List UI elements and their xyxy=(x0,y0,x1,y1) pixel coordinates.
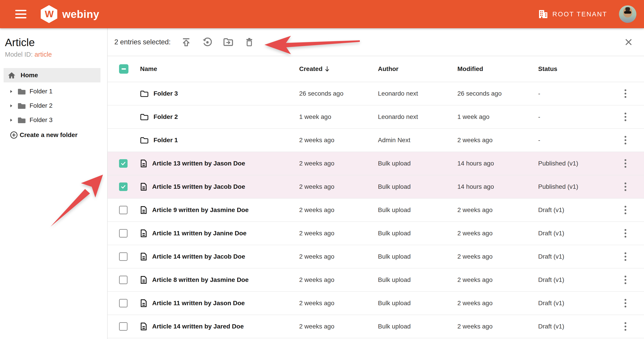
unpublish-button[interactable] xyxy=(201,36,214,49)
entry-created: 26 seconds ago xyxy=(299,90,378,97)
entry-author: Leonardo next xyxy=(378,90,458,97)
entry-author: Leonardo next xyxy=(378,113,458,120)
column-header-status[interactable]: Status xyxy=(538,65,607,73)
row-checkbox[interactable] xyxy=(119,229,128,238)
table-row[interactable]: Article 13 written by Jason Doe 2 weeks … xyxy=(108,152,644,175)
table-row[interactable]: Article 8 written by Jasmine Doe 2 weeks… xyxy=(108,268,644,292)
entry-created: 2 weeks ago xyxy=(299,323,378,330)
table-row[interactable]: Article 14 written by Jacob Doe 2 weeks … xyxy=(108,245,644,268)
row-menu-button[interactable] xyxy=(622,204,628,216)
entry-status: Published (v1) xyxy=(538,183,607,190)
tenant-selector[interactable]: ROOT TENANT xyxy=(537,9,609,19)
row-menu-button[interactable] xyxy=(622,157,628,170)
entry-modified: 2 weeks ago xyxy=(458,299,538,307)
entry-created: 2 weeks ago xyxy=(299,206,378,214)
user-avatar[interactable] xyxy=(619,5,636,23)
entry-modified: 2 weeks ago xyxy=(458,206,538,214)
entry-status: Draft (v1) xyxy=(538,253,607,260)
folder-icon xyxy=(18,117,26,124)
table-row[interactable]: Article 14 written by Jared Doe 2 weeks … xyxy=(108,315,644,338)
plus-circle-icon xyxy=(10,131,18,139)
folder-tree: Home Folder 1 Folder 2 xyxy=(0,68,107,139)
row-menu-button[interactable] xyxy=(622,180,628,193)
entry-modified: 14 hours ago xyxy=(458,160,538,167)
row-checkbox[interactable] xyxy=(119,182,128,191)
row-menu-button[interactable] xyxy=(622,110,628,123)
entries-panel: 2 entries selected: xyxy=(108,28,644,339)
entry-name: Article 9 written by Jasmine Doe xyxy=(152,206,248,214)
chevron-right-icon[interactable] xyxy=(10,104,13,108)
entry-status: Published (v1) xyxy=(538,160,607,167)
check-icon xyxy=(120,161,126,166)
column-header-author[interactable]: Author xyxy=(378,65,458,73)
sidebar-folder-item[interactable]: Folder 3 xyxy=(0,113,107,127)
sidebar-folder-item[interactable]: Folder 2 xyxy=(0,99,107,113)
entry-status: - xyxy=(538,137,607,144)
sidebar-folder-label: Folder 1 xyxy=(30,88,52,95)
table-row[interactable]: Article 15 written by Jacob Doe 2 weeks … xyxy=(108,175,644,199)
row-menu-button[interactable] xyxy=(622,134,628,147)
chevron-right-icon[interactable] xyxy=(10,118,13,122)
entry-status: Draft (v1) xyxy=(538,206,607,214)
row-menu-button[interactable] xyxy=(622,297,628,310)
table-row[interactable]: Article 11 written by Jason Doe 2 weeks … xyxy=(108,292,644,315)
entry-name: Folder 2 xyxy=(154,113,178,120)
row-checkbox[interactable] xyxy=(119,276,128,284)
folder-icon xyxy=(18,88,26,95)
entry-name: Article 11 written by Janine Doe xyxy=(152,230,246,237)
entry-modified: 26 seconds ago xyxy=(458,90,538,97)
column-header-modified[interactable]: Modified xyxy=(458,65,538,73)
publish-button[interactable] xyxy=(180,36,193,49)
building-icon xyxy=(538,10,548,19)
entry-name: Article 11 written by Jason Doe xyxy=(152,299,245,307)
table-row[interactable]: Article 11 written by Janine Doe 2 weeks… xyxy=(108,222,644,245)
menu-hamburger-button[interactable] xyxy=(15,10,26,18)
row-menu-button[interactable] xyxy=(622,320,628,333)
close-selection-button[interactable] xyxy=(624,38,633,46)
folder-icon xyxy=(140,90,148,97)
document-icon xyxy=(140,252,147,261)
entry-modified: 2 weeks ago xyxy=(458,230,538,237)
entry-status: Draft (v1) xyxy=(538,230,607,237)
document-icon xyxy=(140,159,147,168)
delete-button[interactable] xyxy=(243,36,256,49)
row-menu-button[interactable] xyxy=(622,227,628,240)
row-checkbox[interactable] xyxy=(119,322,128,331)
folder-icon xyxy=(140,137,148,144)
column-header-created[interactable]: Created xyxy=(299,65,378,73)
unpublish-restore-icon xyxy=(202,37,212,48)
webiny-logo[interactable]: W webiny xyxy=(41,5,99,23)
row-checkbox[interactable] xyxy=(119,299,128,307)
move-to-folder-button[interactable] xyxy=(222,36,235,49)
document-icon xyxy=(140,276,147,284)
entry-created: 2 weeks ago xyxy=(299,183,378,190)
row-menu-button[interactable] xyxy=(622,250,628,263)
folder-icon xyxy=(18,102,26,109)
select-all-checkbox[interactable] xyxy=(119,64,128,74)
row-checkbox[interactable] xyxy=(119,252,128,261)
entry-modified: 14 hours ago xyxy=(458,183,538,190)
entry-name: Article 15 written by Jacob Doe xyxy=(152,183,245,190)
model-id-value[interactable]: article xyxy=(34,51,52,58)
row-checkbox[interactable] xyxy=(119,206,128,214)
selection-toolbar: 2 entries selected: xyxy=(108,28,644,56)
folder-icon xyxy=(140,113,148,120)
entry-created: 2 weeks ago xyxy=(299,253,378,260)
table-row[interactable]: Article 9 written by Jasmine Doe 2 weeks… xyxy=(108,199,644,222)
move-to-folder-icon xyxy=(223,37,234,47)
create-folder-button[interactable]: Create a new folder xyxy=(0,131,79,139)
row-menu-button[interactable] xyxy=(622,273,628,286)
sidebar-folder-item[interactable]: Folder 1 xyxy=(0,84,107,99)
table-row[interactable]: Folder 1 2 weeks ago Admin Next 2 weeks … xyxy=(108,129,644,152)
document-icon xyxy=(140,299,147,307)
sidebar-item-home[interactable]: Home xyxy=(4,68,100,82)
row-checkbox[interactable] xyxy=(119,159,128,168)
entry-created: 1 week ago xyxy=(299,113,378,120)
row-menu-button[interactable] xyxy=(622,87,628,100)
column-header-name[interactable]: Name xyxy=(140,65,299,73)
table-row[interactable]: Folder 2 1 week ago Leonardo next 1 week… xyxy=(108,106,644,129)
table-row[interactable]: Folder 3 26 seconds ago Leonardo next 26… xyxy=(108,82,644,106)
chevron-right-icon[interactable] xyxy=(10,90,13,93)
table-body: Folder 3 26 seconds ago Leonardo next 26… xyxy=(108,82,644,338)
entry-author: Admin Next xyxy=(378,137,458,144)
